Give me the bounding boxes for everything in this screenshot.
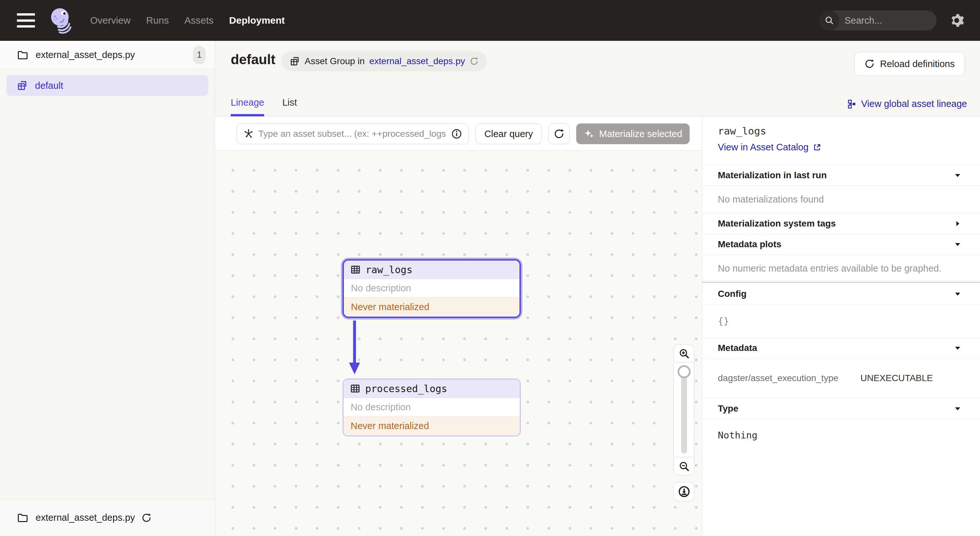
dagster-logo-icon[interactable] bbox=[48, 5, 75, 35]
materialize-selected-label: Materialize selected bbox=[599, 129, 682, 139]
asset-group-icon bbox=[290, 56, 300, 67]
table-icon bbox=[350, 383, 360, 394]
zoom-out-icon bbox=[678, 461, 690, 472]
asset-node-header: raw_logs bbox=[344, 261, 520, 279]
section-label: Config bbox=[718, 289, 747, 299]
tab-list[interactable]: List bbox=[282, 97, 297, 116]
zoom-in-button[interactable] bbox=[674, 345, 694, 363]
reload-definitions-button[interactable]: Reload definitions bbox=[854, 52, 965, 76]
nav-links: Overview Runs Assets Deployment bbox=[90, 15, 285, 26]
chevron-down-icon bbox=[953, 344, 962, 352]
op-selector-icon bbox=[243, 129, 254, 139]
catalog-link-label: View in Asset Catalog bbox=[718, 142, 808, 153]
asset-name: processed_logs bbox=[365, 383, 447, 394]
search-box[interactable]: / bbox=[819, 10, 937, 30]
asset-node-raw-logs[interactable]: raw_logs No description Never materializ… bbox=[341, 258, 522, 320]
footer-code-location-label: external_asset_deps.py bbox=[36, 512, 135, 523]
hamburger-menu-icon[interactable] bbox=[17, 13, 35, 27]
nav-item-assets[interactable]: Assets bbox=[185, 15, 213, 26]
chevron-right-icon bbox=[953, 219, 962, 228]
lineage-edge-arrow bbox=[345, 318, 368, 380]
section-metadata-plots[interactable]: Metadata plots bbox=[702, 234, 980, 254]
refresh-icon[interactable] bbox=[141, 513, 152, 523]
zoom-controls bbox=[673, 344, 695, 476]
view-global-asset-lineage-link[interactable]: View global asset lineage bbox=[847, 99, 967, 109]
folder-icon bbox=[17, 49, 29, 61]
asset-description: No description bbox=[344, 279, 520, 297]
asset-details-panel: raw_logs View in Asset Catalog Materiali… bbox=[702, 117, 980, 536]
sidebar-item-default-group[interactable]: default bbox=[6, 75, 208, 96]
chevron-down-icon bbox=[953, 240, 962, 248]
no-metadata-plots-text: No numeric metadata entries available to… bbox=[702, 255, 980, 282]
reload-definitions-label: Reload definitions bbox=[880, 59, 955, 69]
zoom-slider-thumb[interactable] bbox=[678, 365, 690, 378]
folder-icon bbox=[17, 512, 29, 524]
recenter-view-button[interactable] bbox=[673, 482, 695, 501]
section-label: Materialization in last run bbox=[718, 170, 827, 180]
section-materialization-system-tags[interactable]: Materialization system tags bbox=[702, 213, 980, 234]
section-config[interactable]: Config bbox=[702, 283, 980, 305]
nav-item-deployment[interactable]: Deployment bbox=[229, 15, 285, 26]
sidebar-code-location[interactable]: external_asset_deps.py 1 bbox=[0, 41, 215, 69]
asset-name: raw_logs bbox=[366, 264, 412, 275]
lineage-graph-canvas[interactable]: raw_logs No description Never materializ… bbox=[215, 151, 702, 536]
no-materializations-text: No materializations found bbox=[702, 186, 980, 213]
refresh-icon bbox=[554, 128, 565, 139]
lineage-toolbar: Clear query Materialize selected bbox=[215, 117, 702, 151]
dagster-app: Overview Runs Assets Deployment / bbox=[0, 0, 980, 536]
chevron-down-icon bbox=[953, 290, 962, 298]
nav-item-runs[interactable]: Runs bbox=[146, 15, 169, 26]
badge-code-location-link[interactable]: external_asset_deps.py bbox=[369, 56, 465, 67]
recenter-icon bbox=[678, 485, 690, 498]
zoom-slider-track[interactable] bbox=[681, 370, 687, 454]
metadata-key: dagster/asset_execution_type bbox=[718, 373, 861, 383]
refresh-icon[interactable] bbox=[469, 57, 479, 66]
asset-status-badge: Never materialized bbox=[344, 297, 520, 317]
zoom-in-icon bbox=[678, 348, 690, 359]
view-in-asset-catalog-link[interactable]: View in Asset Catalog bbox=[718, 142, 821, 153]
section-label: Metadata bbox=[718, 343, 757, 353]
asset-count-badge: 1 bbox=[193, 46, 206, 65]
metadata-table-row: dagster/asset_execution_type UNEXECUTABL… bbox=[702, 358, 980, 398]
asset-subset-query[interactable] bbox=[237, 124, 469, 144]
asset-group-badge: Asset Group in external_asset_deps.py bbox=[281, 51, 487, 71]
asset-subset-input[interactable] bbox=[258, 129, 447, 139]
asset-panel-title: raw_logs bbox=[718, 125, 964, 137]
info-icon[interactable] bbox=[451, 128, 462, 139]
sparkles-icon bbox=[584, 128, 595, 139]
page-title: default bbox=[231, 52, 275, 67]
badge-prefix: Asset Group in bbox=[305, 56, 364, 67]
section-materialization-last-run[interactable]: Materialization in last run bbox=[702, 165, 980, 185]
clear-query-button[interactable]: Clear query bbox=[476, 124, 542, 144]
search-input[interactable] bbox=[839, 15, 937, 26]
asset-node-processed-logs[interactable]: processed_logs No description Never mate… bbox=[342, 379, 521, 436]
top-nav: Overview Runs Assets Deployment / bbox=[0, 0, 980, 41]
sidebar: external_asset_deps.py 1 default externa… bbox=[0, 41, 215, 536]
section-label: Type bbox=[718, 404, 738, 414]
asset-group-icon bbox=[17, 80, 28, 91]
chevron-down-icon bbox=[953, 404, 962, 413]
section-type[interactable]: Type bbox=[702, 398, 980, 419]
materialize-selected-button[interactable]: Materialize selected bbox=[576, 124, 690, 144]
section-label: Materialization system tags bbox=[718, 218, 836, 229]
section-label: Metadata plots bbox=[718, 239, 781, 250]
asset-description: No description bbox=[344, 398, 520, 417]
asset-node-header: processed_logs bbox=[344, 380, 520, 398]
tab-bar: Lineage List bbox=[231, 97, 297, 116]
refresh-graph-button[interactable] bbox=[548, 124, 570, 144]
tab-lineage[interactable]: Lineage bbox=[231, 97, 264, 116]
zoom-out-button[interactable] bbox=[674, 457, 694, 475]
sidebar-footer: external_asset_deps.py bbox=[0, 499, 215, 536]
search-icon bbox=[819, 10, 839, 30]
section-metadata[interactable]: Metadata bbox=[702, 338, 980, 358]
page-header: default Asset Group in external_asset_de… bbox=[215, 41, 980, 117]
zoom-slider[interactable] bbox=[674, 363, 694, 457]
type-value: Nothing bbox=[702, 419, 980, 452]
gear-icon[interactable] bbox=[949, 13, 964, 28]
global-lineage-label: View global asset lineage bbox=[861, 99, 967, 109]
sidebar-group-label: default bbox=[35, 80, 63, 91]
asset-status-badge: Never materialized bbox=[344, 417, 520, 436]
code-location-label: external_asset_deps.py bbox=[36, 49, 135, 60]
nav-item-overview[interactable]: Overview bbox=[90, 15, 130, 26]
chevron-down-icon bbox=[953, 171, 962, 180]
